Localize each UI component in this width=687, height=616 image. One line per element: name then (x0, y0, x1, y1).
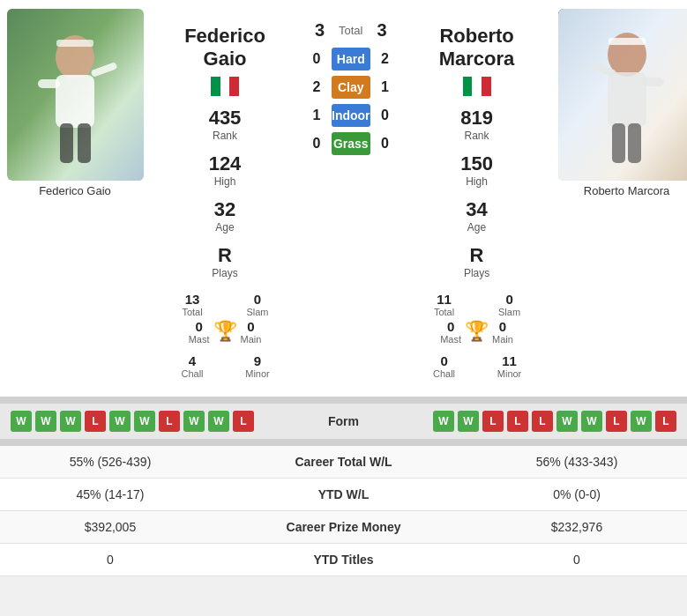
left-high-label: High (209, 175, 242, 188)
career-stats-table: 55% (526-439) Career Total W/L 56% (433-… (0, 446, 687, 576)
right-main-num: 0 (492, 319, 513, 334)
svg-rect-2 (56, 75, 94, 128)
left-chall-num: 4 (163, 353, 221, 368)
right-trophy-row: 0 Mast 🏆 0 Main (407, 317, 548, 346)
left-slam-lbl: Slam (228, 307, 287, 317)
right-main-item: 0 Main (492, 319, 513, 345)
left-form-badge-4: W (109, 411, 131, 432)
right-trophy-icon: 🏆 (465, 320, 489, 343)
right-player-photo (558, 9, 687, 181)
grass-right-score: 0 (376, 136, 395, 152)
right-mast-lbl: Mast (440, 334, 461, 345)
stat-label-0: Career Total W/L (220, 446, 467, 479)
right-plays-box: R Plays (464, 244, 489, 279)
left-form-badge-8: W (208, 411, 229, 432)
right-chall-lbl: Chall (415, 368, 474, 379)
right-total-num: 11 (415, 292, 474, 307)
left-total-item: 13 Total (163, 292, 221, 317)
left-mast-lbl: Mast (189, 334, 210, 345)
right-chall-num: 0 (415, 353, 474, 368)
left-total-lbl: Total (163, 307, 221, 317)
right-age-number: 34 (466, 198, 487, 221)
right-slam-lbl: Slam (481, 307, 539, 317)
right-mast-num: 0 (440, 319, 461, 334)
right-rank-number: 819 (460, 107, 493, 130)
divider-1 (0, 397, 687, 404)
stat-left-0: 55% (526-439) (0, 446, 220, 479)
svg-rect-13 (612, 123, 625, 163)
left-form-badge-6: L (159, 411, 180, 432)
left-main-num: 0 (241, 319, 262, 334)
right-minor-num: 11 (481, 353, 539, 368)
left-slam-num: 0 (228, 292, 287, 307)
stat-left-3: 0 (0, 543, 220, 575)
left-form-badge-7: W (183, 411, 205, 432)
right-age-box: 34 Age (466, 198, 487, 234)
left-main-item: 0 Main (241, 319, 262, 345)
left-plays-value: R (212, 244, 237, 267)
right-chall-item: 0 Chall (415, 353, 474, 379)
divider-2 (0, 439, 687, 446)
left-stats-grid: 13 Total 0 Slam (154, 292, 295, 317)
right-slam-item: 0 Slam (481, 292, 539, 317)
hard-left-score: 0 (307, 51, 326, 67)
right-rank-label: Rank (460, 130, 493, 142)
right-flag (463, 77, 491, 96)
left-form-badge-5: W (134, 411, 155, 432)
stat-label-1: YTD W/L (220, 478, 467, 510)
right-player-name: Roberto Marcora (439, 25, 515, 71)
right-form-badge-2: L (482, 411, 504, 432)
right-mast-item: 0 Mast (440, 319, 461, 345)
stat-right-1: 0% (0-0) (467, 478, 687, 510)
right-plays-value: R (464, 244, 489, 267)
left-age-box: 32 Age (214, 198, 235, 234)
left-player-stats: Federico Gaio 435 Rank 124 High 32 Age (150, 9, 300, 388)
left-main-lbl: Main (241, 334, 262, 345)
stats-row-1: 45% (14-17) YTD W/L 0% (0-0) (0, 478, 687, 510)
center-match-stats: 3 Total 3 0 Hard 2 2 Clay 1 (300, 9, 402, 388)
right-high-number: 150 (460, 152, 493, 175)
right-rank-box: 819 Rank (460, 107, 493, 142)
stats-row-2: $392,005 Career Prize Money $232,976 (0, 510, 687, 543)
right-total-lbl: Total (415, 307, 474, 317)
left-chall-lbl: Chall (163, 368, 221, 379)
form-left: WWWLWWLWWL (11, 411, 287, 432)
stat-right-0: 56% (433-343) (467, 446, 687, 479)
right-form-badge-4: L (532, 411, 553, 432)
left-mast-item: 0 Mast (189, 319, 210, 345)
left-trophy-row: 0 Mast 🏆 0 Main (154, 317, 295, 346)
clay-left-score: 2 (307, 79, 326, 95)
hard-badge: Hard (332, 48, 370, 71)
right-form-badge-9: L (655, 411, 676, 432)
left-form-badge-2: W (60, 411, 81, 432)
total-right: 3 (377, 20, 387, 41)
right-form-badge-1: W (458, 411, 479, 432)
left-rank-box: 435 Rank (209, 107, 242, 142)
right-minor-item: 11 Minor (481, 353, 539, 379)
surface-rows: 0 Hard 2 2 Clay 1 1 Indoor 0 (300, 48, 402, 155)
surface-row-indoor: 1 Indoor 0 (300, 104, 402, 127)
right-bottom-grid: 0 Chall 11 Minor (407, 353, 548, 379)
main-container: Federico Gaio Federico Gaio 435 Rank 124… (0, 0, 687, 576)
right-form-badge-6: W (581, 411, 602, 432)
stat-right-3: 0 (467, 543, 687, 575)
form-label: Form (291, 414, 397, 428)
left-total-num: 13 (163, 292, 221, 307)
right-age-label: Age (466, 221, 487, 234)
left-minor-num: 9 (228, 353, 287, 368)
grass-badge: Grass (332, 132, 370, 155)
clay-right-score: 1 (376, 79, 395, 95)
left-minor-item: 9 Minor (228, 353, 287, 379)
surface-row-clay: 2 Clay 1 (300, 76, 402, 99)
left-rank-number: 435 (209, 107, 242, 130)
left-slam-item: 0 Slam (228, 292, 287, 317)
stat-left-1: 45% (14-17) (0, 478, 220, 510)
left-flag (211, 77, 239, 96)
svg-rect-11 (642, 78, 664, 86)
left-form-badge-0: W (11, 411, 32, 432)
svg-rect-10 (608, 72, 646, 127)
svg-rect-6 (78, 123, 91, 163)
player-comparison: Federico Gaio Federico Gaio 435 Rank 124… (0, 0, 687, 397)
svg-rect-14 (628, 123, 641, 163)
right-player-photo-col: Roberto Marcora (552, 9, 687, 388)
